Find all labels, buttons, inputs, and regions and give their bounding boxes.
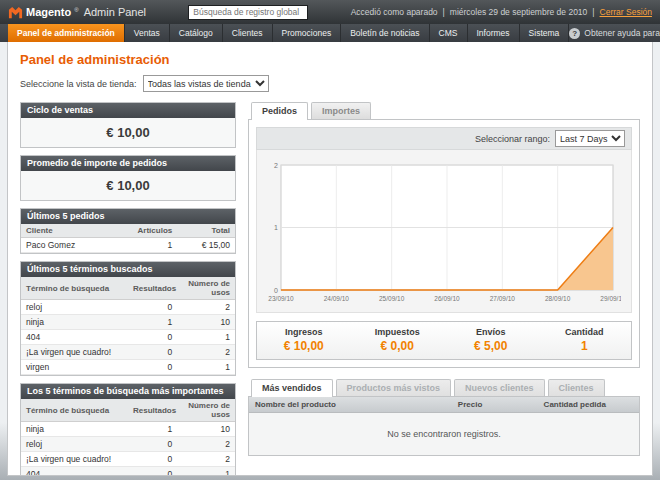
tab-pedidos[interactable]: Pedidos — [251, 102, 308, 120]
svg-text:0: 0 — [274, 287, 278, 294]
table-row: ¡La virgen que cuadro!02 — [21, 345, 235, 360]
table-row: Paco Gomez1€ 15,00 — [21, 238, 235, 253]
global-search-input[interactable] — [188, 5, 308, 20]
col-header: Cliente — [21, 224, 128, 238]
top-search-terms-title: Los 5 términos de búsqueda más important… — [21, 384, 235, 399]
last-orders-table: Cliente Artículos Total Paco Gomez1€ 15,… — [21, 224, 235, 253]
average-orders-title: Promedio de importe de pedidos — [21, 156, 235, 171]
last-search-terms-box: Últimos 5 términos buscados Término de b… — [20, 261, 236, 376]
col-header: Término de búsqueda — [21, 399, 128, 422]
empty-message: No se encontraron registros. — [249, 413, 639, 456]
nav-item-ventas[interactable]: Ventas — [125, 24, 170, 42]
top-search-terms-table: Término de búsqueda Resultados Número de… — [21, 399, 235, 476]
col-header: Número de usos — [177, 277, 235, 300]
svg-text:23/09/10: 23/09/10 — [268, 295, 294, 302]
last-orders-title: Últimos 5 pedidos — [21, 209, 235, 224]
nav-item-sistema[interactable]: Sistema — [520, 24, 570, 42]
svg-text:1: 1 — [274, 224, 278, 231]
content-card: Panel de administración Seleccione la vi… — [7, 42, 653, 476]
nav-item-panel-de-administracion[interactable]: Panel de administración — [8, 24, 125, 42]
dashboard-right-column: Pedidos Importes Seleccionar rango: Last… — [248, 102, 640, 476]
chart-area: 23/09/1024/09/1025/09/1026/09/1027/09/10… — [256, 150, 632, 313]
total-impuestos: Impuestos € 0,00 — [351, 327, 445, 353]
lifetime-sales-title: Ciclo de ventas — [21, 103, 235, 118]
orders-amounts-tabs: Pedidos Importes — [248, 102, 640, 119]
table-row: 40401 — [21, 330, 235, 345]
col-header: Resultados — [128, 399, 177, 422]
range-select[interactable]: Last 7 Days — [555, 130, 625, 147]
current-date: miércoles 29 de septiembre de 2010 — [450, 7, 588, 17]
table-row: ninja110 — [21, 315, 235, 330]
brand: Magento ® Admin Panel — [8, 5, 146, 20]
brand-subtitle: Admin Panel — [84, 6, 146, 18]
separator: | — [443, 7, 445, 17]
dashboard-left-column: Ciclo de ventas € 10,00 Promedio de impo… — [20, 102, 236, 476]
main-nav: Panel de administración Ventas Catálogo … — [0, 24, 660, 42]
totals-bar: Ingresos € 10,00 Impuestos € 0,00 Envíos… — [256, 321, 632, 360]
store-view-select[interactable]: Todas las vistas de tienda — [143, 75, 269, 92]
table-row: ninja110 — [21, 422, 235, 437]
last-search-terms-table: Término de búsqueda Resultados Número de… — [21, 277, 235, 375]
separator: | — [592, 7, 594, 17]
lifetime-sales-box: Ciclo de ventas € 10,00 — [20, 102, 236, 148]
nav-item-informes[interactable]: Informes — [468, 24, 520, 42]
empty-row: No se encontraron registros. — [249, 413, 639, 456]
brand-reg: ® — [74, 7, 78, 13]
col-header: Nombre del producto — [249, 397, 452, 413]
col-header: Resultados — [128, 277, 177, 300]
last-search-terms-title: Últimos 5 términos buscados — [21, 262, 235, 277]
average-orders-value: € 10,00 — [21, 171, 235, 200]
top-header: Magento ® Admin Panel Accedió como apara… — [0, 0, 660, 24]
svg-text:24/09/10: 24/09/10 — [324, 295, 350, 302]
header-user-area: Accedió como aparado | miércoles 29 de s… — [351, 7, 652, 17]
table-row: virgen01 — [21, 360, 235, 375]
tab-productos-mas-vistos[interactable]: Productos más vistos — [336, 379, 452, 396]
tab-nuevos-clientes[interactable]: Nuevos clientes — [454, 379, 545, 396]
orders-chart: 23/09/1024/09/1025/09/1026/09/1027/09/10… — [263, 157, 621, 305]
last-orders-box: Últimos 5 pedidos Cliente Artículos Tota… — [20, 208, 236, 254]
table-row: ¡La virgen que cuadro!02 — [21, 452, 235, 467]
page-title: Panel de administración — [20, 52, 640, 67]
tab-importes[interactable]: Importes — [311, 102, 371, 119]
nav-item-cms[interactable]: CMS — [430, 24, 468, 42]
average-orders-box: Promedio de importe de pedidos € 10,00 — [20, 155, 236, 201]
tab-clientes[interactable]: Clientes — [548, 379, 605, 396]
col-header: Número de usos — [177, 399, 235, 422]
store-view-row: Seleccione la vista de tienda: Todas las… — [20, 75, 640, 92]
tab-mas-vendidos[interactable]: Más vendidos — [251, 379, 333, 397]
products-table: Nombre del producto Precio Cantidad pedi… — [249, 397, 639, 455]
svg-text:2: 2 — [274, 162, 278, 169]
col-header: Cantidad pedida — [538, 397, 639, 413]
total-ingresos: Ingresos € 10,00 — [257, 327, 351, 353]
svg-text:25/09/10: 25/09/10 — [379, 295, 405, 302]
col-header: Término de búsqueda — [21, 277, 128, 300]
table-row: reloj02 — [21, 437, 235, 452]
products-panel: Nombre del producto Precio Cantidad pedi… — [248, 396, 640, 456]
range-bar: Seleccionar rango: Last 7 Days — [256, 127, 632, 150]
svg-text:26/09/10: 26/09/10 — [434, 295, 460, 302]
logged-in-as: Accedió como aparado — [351, 7, 438, 17]
svg-text:27/09/10: 27/09/10 — [490, 295, 516, 302]
svg-text:28/09/10: 28/09/10 — [545, 295, 571, 302]
help-label: Obtener ayuda para esta página — [584, 28, 660, 38]
nav-item-catalogo[interactable]: Catálogo — [170, 24, 223, 42]
top-search-terms-box: Los 5 términos de búsqueda más important… — [20, 383, 236, 476]
col-header: Artículos — [128, 224, 177, 238]
col-header: Precio — [452, 397, 538, 413]
total-envios: Envíos € 5,00 — [444, 327, 538, 353]
orders-chart-panel: Seleccionar rango: Last 7 Days 23/09/102… — [248, 119, 640, 368]
brand-name: Magento — [26, 6, 71, 18]
table-row: reloj02 — [21, 300, 235, 315]
nav-item-boletin[interactable]: Boletín de noticias — [341, 24, 429, 42]
range-label: Seleccionar rango: — [475, 134, 550, 144]
page-help-link[interactable]: ? Obtener ayuda para esta página — [569, 24, 660, 42]
lifetime-sales-value: € 10,00 — [21, 118, 235, 147]
total-cantidad: Cantidad 1 — [538, 327, 632, 353]
products-tabs: Más vendidos Productos más vistos Nuevos… — [248, 379, 640, 396]
col-header: Total — [177, 224, 235, 238]
svg-text:29/09/10: 29/09/10 — [600, 295, 621, 302]
nav-item-clientes[interactable]: Clientes — [223, 24, 273, 42]
table-row: 40401 — [21, 467, 235, 477]
nav-item-promociones[interactable]: Promociones — [273, 24, 342, 42]
logout-link[interactable]: Cerrar Sesión — [600, 7, 652, 17]
